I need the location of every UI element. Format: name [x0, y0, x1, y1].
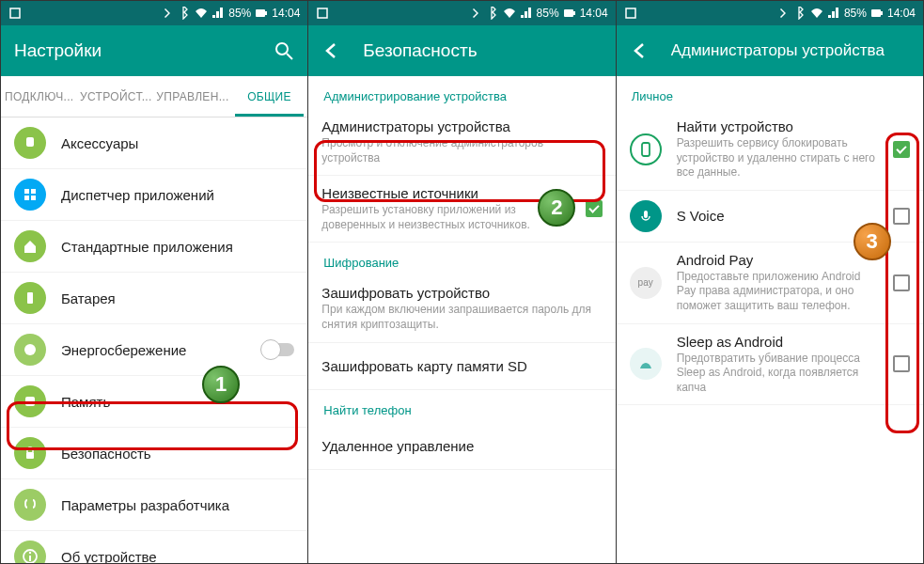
item-default-apps[interactable]: Стандартные приложения	[1, 221, 307, 273]
lock-icon	[14, 437, 46, 469]
item-encrypt-device[interactable]: Зашифровать устройствоПри каждом включен…	[308, 275, 615, 342]
bluetooth-icon	[793, 7, 807, 20]
item-accessories[interactable]: Аксессуары	[1, 118, 307, 169]
svg-rect-10	[27, 292, 33, 304]
svg-rect-17	[318, 8, 327, 18]
back-icon[interactable]	[321, 40, 342, 61]
svg-rect-13	[26, 452, 34, 459]
item-battery[interactable]: Батарея	[1, 273, 307, 324]
svg-rect-23	[642, 143, 650, 156]
item-developer[interactable]: Параметры разработчика	[1, 479, 307, 531]
signal-icon	[827, 7, 840, 20]
item-device-admins[interactable]: Администраторы устройстваПросмотр и откл…	[308, 109, 615, 176]
admin-s-voice[interactable]: S Voice	[617, 191, 923, 243]
svg-rect-1	[256, 9, 265, 17]
androidpay-icon: pay	[630, 267, 662, 299]
screenshot-icon	[8, 7, 22, 20]
battery-icon	[563, 7, 576, 20]
item-app-manager[interactable]: Диспетчер приложений	[1, 169, 307, 221]
find-device-icon	[630, 133, 662, 165]
tab-bar: ПОДКЛЮЧ... УСТРОЙСТ... УПРАВЛЕН... ОБЩИЕ	[1, 76, 307, 118]
svoice-icon	[630, 200, 662, 232]
bluetooth-icon	[178, 7, 191, 20]
svoice-checkbox[interactable]	[893, 208, 910, 225]
vibrate-icon	[161, 7, 174, 20]
svg-rect-16	[29, 556, 31, 561]
svg-line-4	[287, 54, 292, 59]
pane-settings: 85% 14:04 Настройки ПОДКЛЮЧ... УСТРОЙСТ.…	[1, 1, 308, 563]
battery-icon	[255, 7, 268, 20]
svg-rect-19	[573, 11, 575, 15]
app-bar: Безопасность	[308, 25, 615, 76]
item-power-saving[interactable]: Энергосбережение	[1, 324, 307, 376]
info-icon	[14, 540, 46, 563]
item-security[interactable]: Безопасность	[1, 428, 307, 479]
section-encryption: Шифрование	[308, 243, 615, 275]
androidpay-checkbox[interactable]	[893, 274, 910, 291]
tab-general[interactable]: ОБЩИЕ	[231, 76, 308, 117]
item-remote-control[interactable]: Удаленное управление	[308, 423, 615, 470]
app-title: Безопасность	[363, 40, 477, 61]
svg-rect-9	[31, 196, 36, 200]
tab-connections[interactable]: ПОДКЛЮЧ...	[1, 76, 78, 117]
braces-icon	[14, 489, 46, 521]
sleep-checkbox[interactable]	[893, 355, 910, 372]
item-unknown-sources[interactable]: Неизвестные источникиРазрешить установку…	[308, 176, 615, 243]
admin-sleep-android[interactable]: Sleep as AndroidПредотвратить убивание п…	[617, 324, 923, 406]
item-encrypt-sd[interactable]: Зашифровать карту памяти SD	[308, 343, 615, 390]
wifi-icon	[810, 7, 823, 20]
screenshot-icon	[316, 7, 329, 20]
svg-rect-24	[644, 211, 648, 218]
search-icon[interactable]	[274, 40, 294, 61]
svg-rect-2	[265, 11, 267, 15]
svg-rect-6	[24, 189, 29, 194]
svg-point-3	[276, 43, 288, 55]
pane-device-admins: 85% 14:04 Администраторы устройства Личн…	[617, 1, 923, 563]
item-about[interactable]: Об устройстве	[1, 531, 307, 563]
admin-find-device[interactable]: Найти устройствоРазрешить сервису блокир…	[617, 109, 923, 191]
svg-point-15	[29, 552, 31, 554]
status-bar: 85% 14:04	[308, 1, 615, 25]
status-bar: 85% 14:04	[617, 1, 923, 25]
battery-icon	[14, 282, 46, 314]
clock: 14:04	[580, 7, 608, 20]
security-list[interactable]: Администрирование устройства Администрат…	[308, 76, 615, 563]
tab-controls[interactable]: УПРАВЛЕН...	[154, 76, 231, 117]
svg-point-11	[24, 344, 36, 355]
battery-percent: 85%	[844, 7, 867, 20]
settings-list[interactable]: Аксессуары Диспетчер приложений Стандарт…	[1, 118, 307, 563]
section-admin: Администрирование устройства	[308, 76, 615, 109]
vibrate-icon	[776, 7, 790, 20]
tab-device[interactable]: УСТРОЙСТ...	[78, 76, 155, 117]
power-toggle[interactable]	[262, 343, 294, 356]
wifi-icon	[503, 7, 516, 20]
clock: 14:04	[887, 7, 916, 20]
signal-icon	[211, 7, 225, 20]
admin-android-pay[interactable]: pay Android PayПредоставьте приложению A…	[617, 243, 923, 324]
battery-percent: 85%	[537, 7, 559, 20]
leaf-icon	[14, 334, 46, 366]
battery-percent: 85%	[228, 7, 251, 20]
app-bar: Администраторы устройства	[617, 25, 923, 76]
bluetooth-icon	[486, 7, 499, 20]
unknown-sources-checkbox[interactable]	[586, 200, 603, 217]
svg-rect-22	[881, 11, 883, 15]
svg-rect-7	[31, 189, 36, 194]
sleep-icon	[630, 348, 662, 380]
item-storage[interactable]: Память	[1, 376, 307, 428]
back-icon[interactable]	[630, 40, 650, 61]
signal-icon	[520, 7, 533, 20]
svg-rect-20	[626, 8, 635, 18]
admins-list[interactable]: Личное Найти устройствоРазрешить сервису…	[617, 76, 923, 563]
app-bar: Настройки	[1, 25, 307, 76]
app-title: Администраторы устройства	[671, 41, 885, 60]
storage-icon	[14, 385, 46, 417]
svg-rect-0	[10, 8, 20, 18]
app-title: Настройки	[14, 40, 102, 61]
find-device-checkbox[interactable]	[893, 141, 910, 158]
screenshot-icon	[624, 7, 637, 20]
status-bar: 85% 14:04	[1, 1, 307, 25]
grid-icon	[14, 179, 46, 211]
pane-security: 85% 14:04 Безопасность Администрирование…	[308, 1, 616, 563]
battery-icon	[870, 7, 884, 20]
